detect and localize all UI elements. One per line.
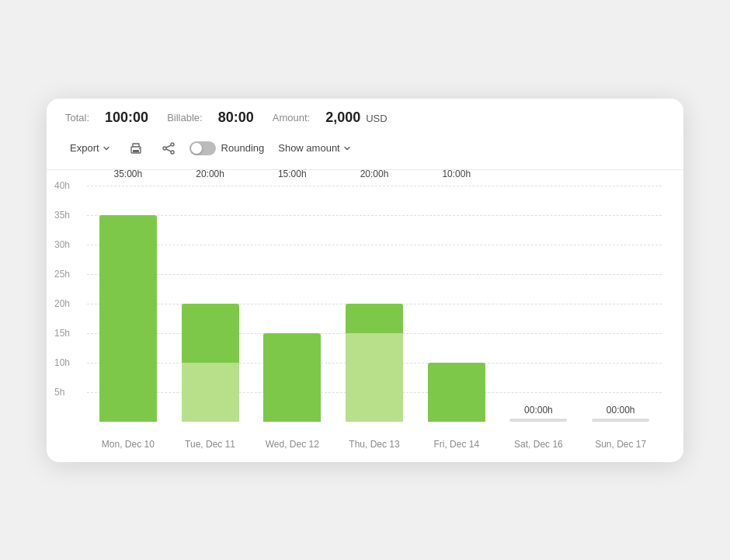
y-axis-label: 20h [54,298,70,309]
header-stats: Total: 100:00 Billable: 80:00 Amount: 2,… [65,110,665,126]
print-icon [129,141,143,155]
chevron-down-icon [103,144,110,152]
bar-inner [182,363,239,422]
svg-point-5 [171,151,174,154]
amount-label: Amount: [273,112,310,123]
bar-outer[interactable] [346,304,403,422]
svg-point-2 [138,148,140,149]
print-button[interactable] [124,138,148,158]
y-axis-label: 5h [54,387,64,398]
y-axis-label: 30h [54,239,70,250]
header-bar: Total: 100:00 Billable: 80:00 Amount: 2,… [47,99,683,170]
bar-value-label: 20:00h [196,169,224,179]
show-amount-button[interactable]: Show amount [273,139,356,157]
main-card: Total: 100:00 Billable: 80:00 Amount: 2,… [47,99,683,462]
bar-outer[interactable] [182,304,239,422]
share-button[interactable] [157,138,180,158]
chart-container: 40h35h30h25h20h15h10h5h 35:00h20:00h15:0… [87,186,662,450]
svg-line-7 [166,149,171,151]
x-axis-label: Thu, Dec 13 [333,439,415,450]
share-icon [162,141,176,155]
billable-value: 80:00 [218,110,254,126]
x-axis-label: Sat, Dec 16 [498,439,580,450]
export-label: Export [70,142,99,154]
export-button[interactable]: Export [65,139,115,157]
bars-area: 35:00h20:00h15:00h20:00h10:00h00:00h00:0… [87,186,662,422]
bar-outer[interactable] [428,363,485,422]
bar-group: 00:00h [579,186,662,422]
svg-point-4 [163,147,166,150]
bar-value-label: 10:00h [442,169,471,179]
y-axis-label: 40h [54,180,70,191]
bar-value-label: 20:00h [360,169,389,179]
bar-group: 20:00h [169,186,252,422]
total-value: 100:00 [105,110,148,126]
y-axis-label: 10h [54,357,70,368]
toggle-knob [191,143,202,154]
bar-value-label: 00:00h [607,405,635,416]
x-labels: Mon, Dec 10Tue, Dec 11Wed, Dec 12Thu, De… [87,439,662,450]
billable-label: Billable: [167,112,203,123]
bar-group: 10:00h [415,186,498,422]
x-axis-label: Tue, Dec 11 [169,439,252,450]
bar-group: 15:00h [251,186,333,422]
bar-outer[interactable] [99,215,157,422]
svg-rect-1 [133,150,139,152]
rounding-label: Rounding [221,142,265,154]
bar-group: 20:00h [333,186,415,422]
chevron-down-icon-2 [343,144,351,152]
x-axis-label: Mon, Dec 10 [87,439,169,450]
svg-line-6 [166,145,171,148]
rounding-toggle[interactable] [189,141,216,155]
chart-area: 40h35h30h25h20h15h10h5h 35:00h20:00h15:0… [47,170,683,462]
bar-outer[interactable] [263,333,321,422]
y-axis-label: 35h [54,210,70,221]
x-axis-label: Wed, Dec 12 [251,439,333,450]
x-axis-label: Sun, Dec 17 [579,439,662,450]
x-axis-label: Fri, Dec 14 [415,439,498,450]
bar-zero [509,419,567,422]
bar-value-label: 00:00h [524,405,553,416]
amount-value: 2,000 USD [325,110,388,126]
rounding-toggle-wrap: Rounding [189,141,265,155]
bar-inner [346,333,403,422]
bar-group: 00:00h [498,186,580,422]
bar-zero [592,419,649,422]
svg-point-3 [171,143,174,146]
bar-value-label: 35:00h [114,169,143,179]
bar-value-label: 15:00h [278,169,307,179]
bar-group: 35:00h [87,186,169,422]
show-amount-label: Show amount [278,142,340,154]
header-actions: Export [65,138,356,158]
y-axis-label: 25h [54,269,70,280]
total-label: Total: [65,112,89,123]
y-axis-label: 15h [54,328,70,339]
